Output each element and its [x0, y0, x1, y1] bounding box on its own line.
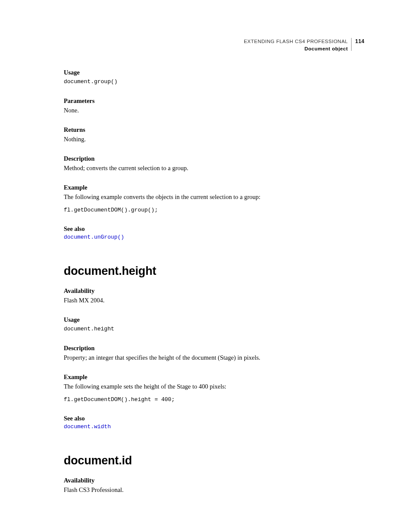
- seealso-label: See also: [64, 225, 364, 233]
- description-text: Method; converts the current selection t…: [64, 164, 364, 173]
- page-content: Usage document.group() Parameters None. …: [64, 69, 364, 495]
- example-code-2: fl.getDocumentDOM().height = 400;: [64, 395, 364, 404]
- description-label-2: Description: [64, 345, 364, 352]
- returns-label: Returns: [64, 126, 364, 134]
- availability-text-3: Flash CS3 Professional.: [64, 485, 364, 495]
- page-number: 114: [355, 38, 364, 45]
- description-label: Description: [64, 155, 364, 162]
- parameters-text: None.: [64, 106, 364, 115]
- availability-text: Flash MX 2004.: [64, 296, 364, 305]
- returns-text: Nothing.: [64, 135, 364, 144]
- example-text-2: The following example sets the height of…: [64, 382, 364, 391]
- usage-label-2: Usage: [64, 316, 364, 324]
- header-divider: [351, 38, 352, 51]
- seealso-link[interactable]: document.unGroup(): [64, 234, 364, 240]
- api-heading-height: document.height: [64, 264, 364, 278]
- seealso-link-2[interactable]: document.width: [64, 423, 364, 430]
- example-label-2: Example: [64, 373, 364, 381]
- api-heading-id: document.id: [64, 454, 364, 467]
- page-header: EXTENDING FLASH CS4 PROFESSIONAL Documen…: [244, 38, 364, 52]
- header-doc-title: EXTENDING FLASH CS4 PROFESSIONAL: [244, 38, 348, 45]
- example-text: The following example converts the objec…: [64, 193, 364, 202]
- availability-label-3: Availability: [64, 477, 364, 484]
- example-label: Example: [64, 184, 364, 191]
- availability-label: Availability: [64, 287, 364, 295]
- usage-label: Usage: [64, 69, 364, 76]
- description-text-2: Property; an integer that specifies the …: [64, 353, 364, 362]
- example-code: fl.getDocumentDOM().group();: [64, 206, 364, 215]
- usage-code: document.group(): [64, 78, 364, 86]
- parameters-label: Parameters: [64, 97, 364, 105]
- header-section-title: Document object: [244, 45, 348, 52]
- usage-code-2: document.height: [64, 325, 364, 333]
- seealso-label-2: See also: [64, 415, 364, 422]
